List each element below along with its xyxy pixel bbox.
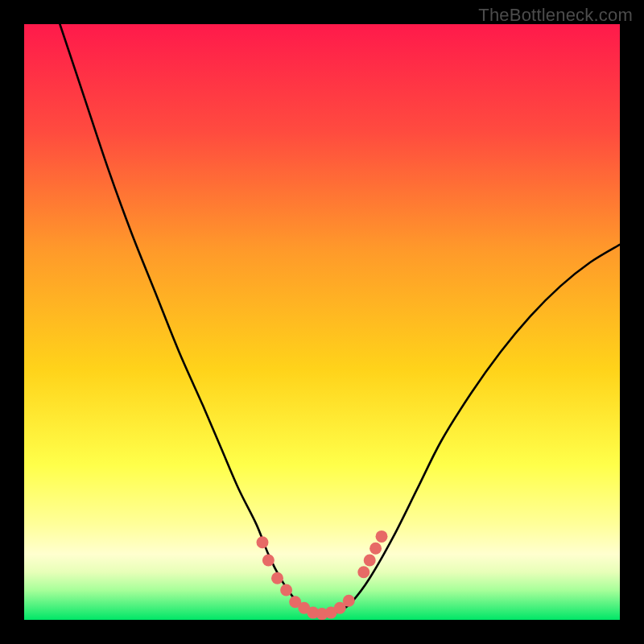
curve-layer [24, 24, 620, 620]
chart-frame: TheBottleneck.com [0, 0, 644, 644]
marker-dot [271, 572, 283, 584]
marker-dot [280, 584, 292, 597]
marker-dot [257, 536, 269, 548]
critical-region-markers [257, 530, 388, 620]
watermark-text: TheBottleneck.com [478, 5, 633, 26]
marker-dot [343, 595, 355, 607]
marker-dot [357, 566, 369, 578]
marker-dot [364, 555, 376, 567]
marker-dot [369, 543, 382, 555]
plot-area [24, 24, 620, 620]
bottleneck-curve [60, 24, 620, 614]
marker-dot [262, 555, 275, 567]
marker-dot [376, 530, 388, 543]
